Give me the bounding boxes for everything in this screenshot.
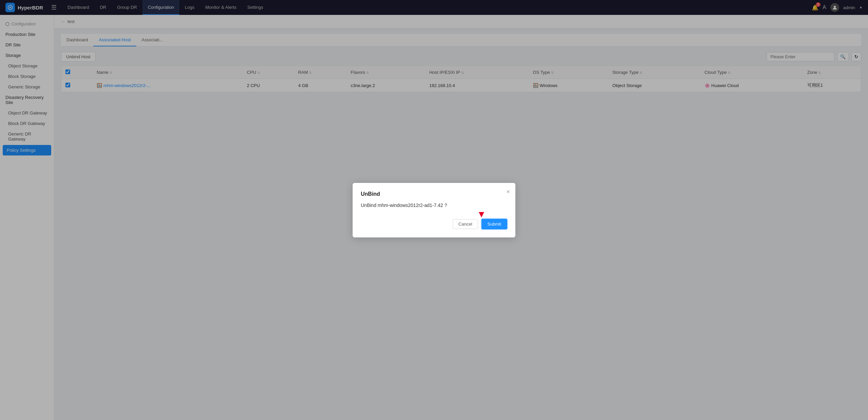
modal-footer: Cancel Submit (361, 219, 507, 229)
modal-close-button[interactable]: × (506, 188, 510, 195)
submit-wrapper: Submit (481, 219, 507, 229)
modal-body: UnBind mhm-windows2012r2-ad1-7.42 ? (361, 203, 507, 208)
arrow-indicator (479, 212, 484, 217)
modal-title: UnBind (361, 191, 507, 197)
unbind-modal: UnBind × UnBind mhm-windows2012r2-ad1-7.… (353, 183, 515, 237)
cancel-button[interactable]: Cancel (453, 219, 478, 229)
submit-button[interactable]: Submit (481, 219, 507, 229)
modal-overlay: UnBind × UnBind mhm-windows2012r2-ad1-7.… (0, 0, 868, 420)
